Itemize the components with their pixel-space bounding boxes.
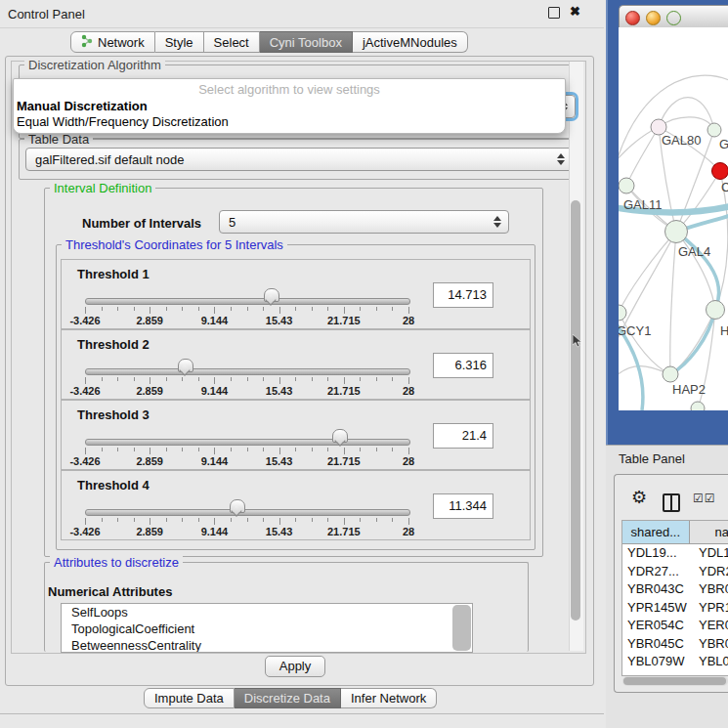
network-node[interactable] (712, 163, 728, 180)
close-icon[interactable]: ✖ (570, 4, 580, 19)
tick-mark (263, 307, 264, 311)
tick-mark (198, 377, 199, 381)
tick-mark (247, 307, 248, 311)
slider-thumb[interactable] (264, 288, 279, 302)
cell-shared-name[interactable]: YBR043C (622, 580, 694, 599)
tab-infer-network[interactable]: Infer Network (341, 688, 437, 708)
tab-jactivemnodules[interactable]: jActiveMNodules (353, 31, 468, 53)
attribute-list-item[interactable]: BetweennessCentrality (62, 637, 472, 653)
minimize-window-icon[interactable] (646, 11, 661, 25)
threshold-value-field[interactable]: 14.713 (433, 282, 493, 308)
cell-shared-name[interactable]: YDL19... (622, 544, 694, 563)
tab-cyni-toolbox[interactable]: Cyni Toolbox (260, 31, 353, 53)
list-scrollbar[interactable] (452, 605, 471, 651)
tick-mark (392, 448, 393, 451)
cell-shared-name[interactable]: YBR045C (622, 635, 694, 654)
slider-track[interactable] (85, 509, 410, 516)
network-node[interactable] (619, 178, 634, 193)
cell-name[interactable]: YPR1 (694, 599, 728, 618)
tick-mark (214, 518, 215, 525)
numerical-attributes-label: Numerical Attributes (48, 584, 172, 599)
table-data-combobox[interactable]: galFiltered.sif default node (25, 148, 573, 171)
network-window-titlebar[interactable] (619, 5, 728, 29)
threshold-value-field[interactable]: 21.4 (433, 423, 493, 449)
threshold-value-field[interactable]: 11.344 (433, 493, 493, 519)
tick-mark (117, 307, 118, 311)
cell-name[interactable]: YER0 (694, 617, 728, 635)
slider-thumb[interactable] (332, 429, 348, 443)
columns-icon[interactable] (663, 493, 680, 512)
cell-name[interactable]: YBL0 (694, 653, 728, 671)
table-header-row: shared... na (622, 521, 728, 544)
dropdown-option-manual[interactable]: Manual Discretization (17, 99, 148, 113)
float-window-icon[interactable] (548, 7, 560, 19)
table-row[interactable]: YDR27...YDR2 (622, 563, 728, 581)
tick-mark (134, 518, 135, 522)
network-node[interactable] (619, 305, 626, 321)
tick-mark (102, 518, 103, 522)
slider-thumb[interactable] (178, 359, 193, 372)
numerical-attributes-list[interactable]: SelfLoopsTopologicalCoefficientBetweenne… (61, 603, 473, 653)
tick-mark (408, 307, 409, 314)
column-header-shared-name[interactable]: shared... (622, 521, 690, 543)
network-node[interactable] (663, 366, 678, 382)
table-hscrollbar-thumb[interactable] (623, 677, 726, 685)
table-row[interactable]: YBR043CYBR0 (622, 580, 728, 599)
main-scrollbar-thumb[interactable] (571, 200, 580, 621)
tick-mark (231, 448, 232, 451)
tick-mark (166, 377, 167, 381)
tick-mark (344, 377, 345, 384)
slider-thumb[interactable] (230, 499, 245, 513)
tick-mark (231, 307, 232, 311)
network-node[interactable] (707, 301, 725, 320)
num-intervals-combobox[interactable]: 5 (219, 210, 509, 234)
attribute-list-item[interactable]: TopologicalCoefficient (62, 621, 472, 637)
threshold-value-field[interactable]: 6.316 (433, 353, 493, 378)
tick-mark (279, 448, 280, 454)
cell-shared-name[interactable]: YER054C (622, 617, 694, 635)
tick-mark (344, 307, 345, 314)
tab-select[interactable]: Select (204, 31, 260, 53)
tab-network[interactable]: Network (70, 31, 155, 53)
attribute-list-item[interactable]: SelfLoops (62, 604, 472, 621)
dropdown-option-equal-width[interactable]: Equal Width/Frequency Discretization (17, 114, 229, 129)
table-row[interactable]: YER054CYER0 (622, 617, 728, 635)
zoom-window-icon[interactable] (666, 11, 681, 25)
slider-track[interactable] (85, 368, 410, 375)
tab-impute-data[interactable]: Impute Data (144, 688, 235, 708)
cell-name[interactable]: YBR0 (694, 580, 728, 599)
column-header-name[interactable]: na (690, 521, 728, 543)
dropdown-prompt: Select algorithm to view settings (14, 82, 565, 97)
cell-name[interactable]: YDL1 (694, 544, 728, 563)
tick-mark (279, 307, 280, 314)
scale-label: 28 (403, 385, 414, 397)
cell-name[interactable]: YDR2 (694, 563, 728, 581)
cell-shared-name[interactable]: YDR27... (622, 563, 694, 581)
network-node-label: HAP2 (672, 382, 706, 397)
slider-scale: -3.4262.8599.14415.4321.71528 (85, 526, 408, 537)
table-hscrollbar[interactable] (622, 676, 728, 686)
table-row[interactable]: YPR145WYPR1 (622, 599, 728, 618)
cell-shared-name[interactable]: YPR145W (622, 599, 694, 618)
slider-track[interactable] (85, 298, 410, 305)
network-node[interactable] (707, 123, 721, 137)
close-window-icon[interactable] (625, 11, 640, 25)
slider-track[interactable] (85, 439, 410, 446)
table-row[interactable]: YDL19...YDL1 (622, 544, 728, 563)
network-canvas[interactable]: GAL80GACGAL11GAL4GCY1HHAP2 (619, 27, 728, 410)
cell-shared-name[interactable]: YBL079W (622, 653, 694, 671)
gear-icon[interactable]: ⚙ (631, 487, 647, 508)
tab-style[interactable]: Style (155, 31, 204, 53)
slider-scale: -3.4262.8599.14415.4321.71528 (85, 385, 408, 397)
table-row[interactable]: YBR045CYBR0 (622, 635, 728, 654)
tick-mark (134, 307, 135, 311)
table-row[interactable]: YBL079WYBL0 (622, 653, 728, 671)
apply-button[interactable]: Apply (265, 656, 325, 677)
scale-label: 28 (403, 526, 414, 537)
network-node[interactable] (691, 402, 705, 410)
cell-name[interactable]: YBR0 (694, 635, 728, 654)
tick-mark (134, 448, 135, 451)
tab-discretize-data[interactable]: Discretize Data (235, 688, 341, 708)
select-columns-icon[interactable]: ☑☑ (693, 492, 716, 505)
network-node[interactable] (665, 221, 688, 243)
